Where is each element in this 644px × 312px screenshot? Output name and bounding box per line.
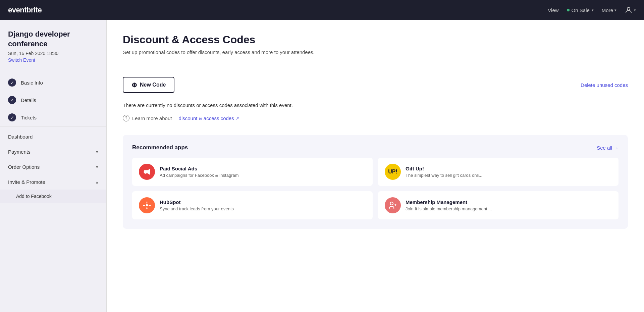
more-menu[interactable]: More ▾ xyxy=(602,7,616,13)
app-card-paid-social-ads[interactable]: Paid Social Ads Ad campaigns for Faceboo… xyxy=(132,158,373,186)
app-icon-hubspot xyxy=(139,197,155,213)
chevron-down-icon: ▾ xyxy=(592,8,594,12)
rec-apps-header: Recommended apps See all → xyxy=(132,144,619,151)
event-date: Sun, 16 Feb 2020 18:30 xyxy=(0,49,106,57)
user-icon xyxy=(625,6,633,14)
app-info: HubSpot Sync and track leads from your e… xyxy=(160,199,234,211)
membership-icon xyxy=(388,201,397,210)
chevron-up-icon: ▴ xyxy=(96,179,98,185)
sidebar-item-basic-info[interactable]: ✓ Basic Info xyxy=(0,74,106,91)
app-info: Paid Social Ads Ad campaigns for Faceboo… xyxy=(160,166,239,178)
logo: eventbrite xyxy=(8,6,537,14)
topnav-actions: View On Sale ▾ More ▾ ▾ xyxy=(548,6,636,14)
plus-icon: ⊕ xyxy=(131,82,137,88)
recommended-apps: Recommended apps See all → P xyxy=(123,135,628,229)
chevron-down-icon: ▾ xyxy=(96,164,98,169)
check-icon: ✓ xyxy=(8,113,16,121)
sidebar-divider xyxy=(0,126,106,126)
apps-grid: Paid Social Ads Ad campaigns for Faceboo… xyxy=(132,158,619,219)
svg-point-1 xyxy=(146,204,148,207)
megaphone-icon xyxy=(142,167,152,176)
chevron-down-icon: ▾ xyxy=(634,8,636,12)
svg-point-2 xyxy=(146,202,147,203)
arrow-icon: → xyxy=(613,145,619,151)
svg-point-5 xyxy=(150,205,151,206)
view-link[interactable]: View xyxy=(548,7,558,13)
app-icon-gift-up: UP! xyxy=(385,164,401,180)
hubspot-icon xyxy=(143,201,151,210)
status-dot xyxy=(567,9,570,11)
check-icon: ✓ xyxy=(8,96,16,104)
svg-point-3 xyxy=(146,208,147,209)
sidebar-sub-item-add-to-facebook[interactable]: Add to Facebook xyxy=(0,190,106,203)
sidebar: Django developer conference Sun, 16 Feb … xyxy=(0,20,107,312)
sidebar-divider xyxy=(0,71,106,71)
topnav: eventbrite View On Sale ▾ More ▾ ▾ xyxy=(0,0,644,20)
on-sale-status[interactable]: On Sale ▾ xyxy=(567,7,594,13)
external-link-icon: ↗ xyxy=(235,116,239,121)
learn-more-row: ? Learn more about discount & access cod… xyxy=(123,115,628,121)
layout: Django developer conference Sun, 16 Feb … xyxy=(0,20,644,312)
page-title: Discount & Access Codes xyxy=(123,34,628,46)
app-card-membership-management[interactable]: Membership Management Join It is simple … xyxy=(378,191,619,219)
event-name: Django developer conference xyxy=(0,30,106,49)
new-code-button[interactable]: ⊕ New Code xyxy=(123,77,174,93)
app-info: Membership Management Join It is simple … xyxy=(406,199,492,211)
sidebar-item-order-options[interactable]: Order Options ▾ xyxy=(0,159,106,174)
switch-event-link[interactable]: Switch Event xyxy=(0,57,106,71)
see-all-link[interactable]: See all → xyxy=(597,145,619,151)
delete-unused-link[interactable]: Delete unused codes xyxy=(581,82,628,88)
user-menu[interactable]: ▾ xyxy=(625,6,636,14)
chevron-down-icon: ▾ xyxy=(614,8,616,12)
app-card-gift-up[interactable]: UP! Gift Up! The simplest way to sell gi… xyxy=(378,158,619,186)
sidebar-item-tickets[interactable]: ✓ Tickets xyxy=(0,109,106,126)
help-icon: ? xyxy=(123,115,129,121)
app-icon-membership-management xyxy=(385,197,401,213)
svg-point-0 xyxy=(627,7,630,10)
svg-point-6 xyxy=(390,202,393,205)
code-actions: ⊕ New Code Delete unused codes xyxy=(123,77,628,93)
sidebar-item-payments[interactable]: Payments ▾ xyxy=(0,144,106,159)
check-icon: ✓ xyxy=(8,79,16,87)
chevron-down-icon: ▾ xyxy=(96,149,98,154)
app-icon-paid-social-ads xyxy=(139,164,155,180)
learn-more-link[interactable]: discount & access codes ↗ xyxy=(179,115,239,121)
rec-apps-title: Recommended apps xyxy=(132,144,188,151)
divider xyxy=(123,66,628,66)
page-subtitle: Set up promotional codes to offer discou… xyxy=(123,49,628,55)
sidebar-item-details[interactable]: ✓ Details xyxy=(0,91,106,109)
svg-point-4 xyxy=(143,205,144,206)
empty-state-text: There are currently no discounts or acce… xyxy=(123,102,628,108)
main-content: Discount & Access Codes Set up promotion… xyxy=(107,20,644,312)
sidebar-item-dashboard[interactable]: Dashboard xyxy=(0,129,106,144)
app-info: Gift Up! The simplest way to sell gift c… xyxy=(406,166,482,178)
app-card-hubspot[interactable]: HubSpot Sync and track leads from your e… xyxy=(132,191,373,219)
sidebar-item-invite-promote[interactable]: Invite & Promote ▴ xyxy=(0,174,106,190)
